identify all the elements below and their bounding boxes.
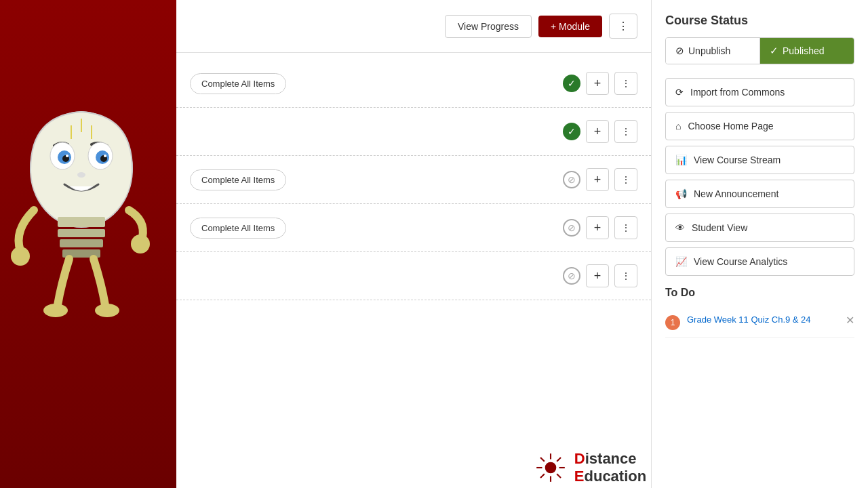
unpublish-button[interactable]: ⊘ Unpublish: [666, 38, 760, 64]
mascot-area: [7, 75, 170, 413]
module-row-actions: ⊘ + ⋮: [563, 168, 637, 191]
view-progress-button[interactable]: View Progress: [445, 15, 532, 38]
complete-all-button[interactable]: Complete All Items: [190, 218, 286, 239]
svg-line-29: [540, 474, 545, 478]
status-circle-icon: ⊘: [563, 171, 580, 188]
todo-section: To Do 1 Grade Week 11 Quiz Ch.9 & 24 ✕: [665, 287, 854, 338]
add-item-button[interactable]: +: [586, 120, 609, 143]
student-view-button[interactable]: 👁 Student View: [665, 214, 854, 242]
module-row-label: Complete All Items: [190, 218, 286, 239]
module-row: Complete All Items ✓ + ⋮: [176, 60, 651, 108]
student-view-icon: 👁: [675, 222, 685, 233]
announcement-label: New Announcement: [694, 188, 778, 199]
svg-point-17: [95, 304, 119, 317]
module-row: Complete All Items ⊘ + ⋮: [176, 156, 651, 204]
svg-rect-11: [58, 229, 105, 237]
add-item-button[interactable]: +: [586, 264, 609, 287]
svg-rect-10: [58, 217, 105, 227]
svg-point-21: [545, 462, 556, 474]
course-stream-icon: 📊: [675, 155, 687, 165]
module-row-label: Complete All Items: [190, 73, 286, 94]
new-announcement-button[interactable]: 📢 New Announcement: [665, 180, 854, 208]
svg-point-16: [43, 304, 68, 317]
analytics-label: View Course Analytics: [694, 256, 787, 267]
complete-all-button[interactable]: Complete All Items: [190, 73, 286, 94]
svg-point-9: [77, 172, 85, 178]
status-circle-icon: ⊘: [563, 267, 580, 285]
branding-d: D: [574, 450, 585, 467]
import-from-commons-button[interactable]: ⟳ Import from Commons: [665, 78, 854, 106]
svg-point-14: [11, 247, 30, 266]
svg-rect-12: [60, 239, 103, 247]
svg-point-15: [131, 235, 150, 253]
svg-line-26: [540, 458, 545, 462]
unpublish-label: Unpublish: [688, 45, 730, 56]
module-row-actions: ⊘ + ⋮: [563, 264, 637, 287]
todo-title: To Do: [665, 287, 854, 299]
status-check-icon: ✓: [563, 75, 580, 92]
status-circle-icon: ⊘: [563, 219, 580, 237]
module-options-button[interactable]: ⋮: [614, 264, 637, 287]
svg-point-7: [66, 155, 68, 157]
module-row: Complete All Items ⊘ + ⋮: [176, 204, 651, 252]
complete-all-button[interactable]: Complete All Items: [190, 169, 286, 190]
view-course-analytics-button[interactable]: 📈 View Course Analytics: [665, 247, 854, 276]
unpublish-icon: ⊘: [675, 45, 684, 57]
svg-line-27: [557, 474, 561, 478]
view-course-stream-button[interactable]: 📊 View Course Stream: [665, 146, 854, 174]
choose-home-page-button[interactable]: ⌂ Choose Home Page: [665, 112, 854, 140]
right-sidebar: Course Status ⊘ Unpublish ✓ Published ⟳ …: [651, 0, 868, 488]
branding-text: Distance Education: [574, 450, 646, 485]
published-check-icon: ✓: [770, 45, 778, 57]
module-row: ✓ + ⋮: [176, 108, 651, 156]
svg-point-8: [104, 155, 106, 157]
analytics-icon: 📈: [675, 256, 687, 267]
status-check-icon: ✓: [563, 123, 580, 140]
add-item-button[interactable]: +: [586, 72, 609, 95]
published-label: Published: [783, 45, 825, 56]
distance-education-logo: [534, 451, 568, 485]
module-row-label: Complete All Items: [190, 169, 286, 190]
more-options-button[interactable]: ⋮: [609, 14, 637, 39]
module-options-button[interactable]: ⋮: [614, 216, 637, 239]
todo-number: 1: [665, 315, 680, 330]
module-options-button[interactable]: ⋮: [614, 72, 637, 95]
add-item-button[interactable]: +: [586, 168, 609, 191]
branding-e-rest: ducation: [585, 468, 647, 485]
course-status-title: Course Status: [665, 14, 854, 28]
mascot-svg: [7, 75, 156, 359]
choose-home-icon: ⌂: [675, 121, 681, 131]
choose-home-label: Choose Home Page: [688, 121, 773, 131]
module-row-actions: ✓ + ⋮: [563, 72, 637, 95]
module-options-button[interactable]: ⋮: [614, 168, 637, 191]
add-item-button[interactable]: +: [586, 216, 609, 239]
published-button[interactable]: ✓ Published: [760, 38, 854, 64]
modules-list: Complete All Items ✓ + ⋮ ✓ + ⋮ Complete …: [176, 53, 651, 307]
module-options-button[interactable]: ⋮: [614, 120, 637, 143]
toolbar: View Progress + Module ⋮: [176, 0, 651, 53]
svg-line-28: [557, 458, 561, 462]
student-view-label: Student View: [692, 222, 747, 233]
status-buttons: ⊘ Unpublish ✓ Published: [665, 37, 854, 64]
import-commons-icon: ⟳: [675, 87, 684, 98]
branding-rest: istance: [585, 450, 637, 467]
module-row-actions: ✓ + ⋮: [563, 120, 637, 143]
main-content: View Progress + Module ⋮ Complete All It…: [176, 0, 651, 488]
module-row-actions: ⊘ + ⋮: [563, 216, 637, 239]
todo-item-text[interactable]: Grade Week 11 Quiz Ch.9 & 24: [687, 314, 839, 326]
branding-e: E: [574, 468, 585, 485]
bottom-branding: Distance Education: [353, 447, 651, 488]
todo-item: 1 Grade Week 11 Quiz Ch.9 & 24 ✕: [665, 307, 854, 338]
todo-close-button[interactable]: ✕: [846, 314, 854, 327]
left-sidebar: [0, 0, 176, 488]
announcement-icon: 📢: [675, 188, 687, 199]
module-row: ⊘ + ⋮: [176, 252, 651, 300]
add-module-button[interactable]: + Module: [538, 16, 602, 37]
course-stream-label: View Course Stream: [694, 155, 781, 165]
import-commons-label: Import from Commons: [690, 87, 785, 98]
